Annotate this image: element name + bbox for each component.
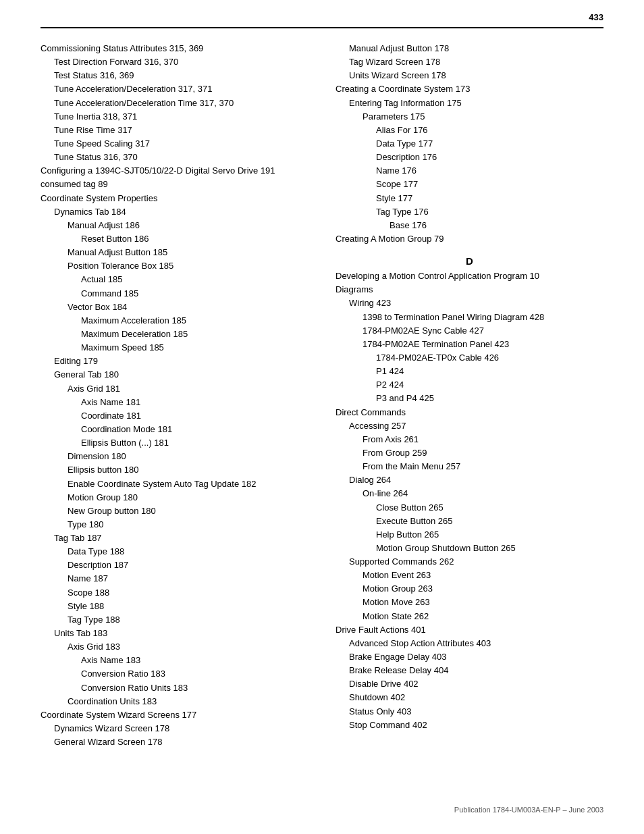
list-item: Entering Tag Information 175: [349, 97, 603, 110]
list-item: Coordination Mode 181: [81, 423, 308, 436]
list-item: Motion Event 263: [363, 569, 603, 582]
list-item: Commissioning Status Attributes 315, 369: [41, 42, 308, 55]
list-item: Style 177: [376, 192, 603, 205]
list-item: New Group button 180: [68, 504, 308, 518]
list-item: Tune Acceleration/Deceleration 317, 371: [54, 82, 308, 96]
list-item: Units Wizard Screen 178: [349, 69, 603, 82]
list-item: Coordination Units 183: [68, 695, 308, 708]
list-item: 1784-PM02AE Sync Cable 427: [363, 324, 603, 338]
right-column: Manual Adjust Button 178Tag Wizard Scree…: [336, 42, 603, 749]
list-item: Creating A Motion Group 79: [336, 232, 603, 246]
list-item: Status Only 403: [349, 705, 603, 719]
list-item: Coordinate System Wizard Screens 177: [41, 708, 308, 722]
list-item: Maximum Speed 185: [81, 341, 308, 355]
list-item: Description 187: [68, 558, 308, 572]
list-item: Dimension 180: [68, 450, 308, 463]
list-item: Conversion Ratio 183: [81, 667, 308, 681]
list-item: Name 187: [68, 572, 308, 585]
list-item: Diagrams: [336, 283, 603, 296]
list-item: Advanced Stop Action Attributes 403: [349, 637, 603, 650]
footer: Publication 1784-UM003A-EN-P – June 2003: [454, 806, 603, 814]
list-item: Reset Button 186: [81, 232, 308, 246]
list-item: General Wizard Screen 178: [54, 735, 308, 749]
list-item: Style 188: [68, 600, 308, 613]
list-item: Axis Name 183: [81, 654, 308, 667]
list-item: 1398 to Termination Panel Wiring Diagram…: [363, 311, 603, 324]
list-item: Close Button 265: [376, 501, 603, 515]
list-item: Motion Group Shutdown Button 265: [376, 542, 603, 555]
list-item: Description 176: [376, 151, 603, 164]
page: 433 Commissioning Status Attributes 315,…: [0, 0, 644, 834]
list-item: P3 and P4 425: [376, 392, 603, 405]
list-item: Configuring a 1394C-SJT05/10/22-D Digita…: [41, 164, 308, 178]
list-item: P2 424: [376, 378, 603, 392]
list-item: Disable Drive 402: [349, 677, 603, 691]
list-item: Motion Move 263: [363, 596, 603, 609]
list-item: Scope 177: [376, 178, 603, 191]
list-item: Creating a Coordinate System 173: [336, 82, 603, 96]
list-item: Test Status 316, 369: [54, 69, 308, 82]
list-item: Data Type 177: [376, 137, 603, 151]
list-item: Dynamics Wizard Screen 178: [54, 722, 308, 735]
list-item: Coordinate 181: [81, 409, 308, 423]
list-item: Manual Adjust 186: [68, 219, 308, 232]
top-rule: [41, 27, 603, 28]
list-item: Dialog 264: [349, 473, 603, 487]
list-item: General Tab 180: [54, 368, 308, 382]
list-item: Stop Command 402: [349, 719, 603, 732]
list-item: Command 185: [81, 287, 308, 301]
list-item: Manual Adjust Button 178: [349, 42, 603, 55]
list-item: Vector Box 184: [68, 301, 308, 314]
list-item: Maximum Deceleration 185: [81, 328, 308, 341]
list-item: 1784-PM02AE-TP0x Cable 426: [376, 351, 603, 365]
list-item: Axis Grid 183: [68, 640, 308, 654]
list-item: Supported Commands 262: [349, 555, 603, 569]
list-item: Alias For 176: [376, 124, 603, 137]
list-item: Drive Fault Actions 401: [336, 623, 603, 637]
list-item: Motion State 262: [363, 610, 603, 623]
list-item: Tag Type 188: [68, 613, 308, 627]
list-item: Tune Speed Scaling 317: [54, 137, 308, 151]
left-column: Commissioning Status Attributes 315, 369…: [41, 42, 308, 749]
list-item: consumed tag 89: [41, 178, 308, 191]
list-item: Editing 179: [54, 355, 308, 368]
list-item: Test Direction Forward 316, 370: [54, 55, 308, 69]
list-item: Motion Group 263: [363, 582, 603, 596]
list-item: Shutdown 402: [349, 691, 603, 704]
list-item: Enable Coordinate System Auto Tag Update…: [68, 477, 308, 491]
list-item: Ellipsis Button (...) 181: [81, 436, 308, 450]
list-item: Manual Adjust Button 185: [68, 246, 308, 259]
section-letter: D: [336, 255, 603, 267]
list-item: Tag Type 176: [376, 205, 603, 219]
list-item: Direct Commands: [336, 406, 603, 419]
list-item: Brake Engage Delay 403: [349, 650, 603, 664]
list-item: From the Main Menu 257: [363, 460, 603, 473]
list-item: Wiring 423: [349, 296, 603, 310]
list-item: Tag Tab 187: [54, 531, 308, 545]
list-item: Data Type 188: [68, 545, 308, 558]
list-item: Base 176: [390, 219, 603, 232]
list-item: Brake Release Delay 404: [349, 664, 603, 677]
list-item: Maximum Acceleration 185: [81, 314, 308, 328]
list-item: Motion Group 180: [68, 491, 308, 504]
list-item: Help Button 265: [376, 528, 603, 542]
list-item: From Axis 261: [363, 433, 603, 446]
list-item: Units Tab 183: [54, 627, 308, 640]
list-item: Conversion Ratio Units 183: [81, 681, 308, 695]
list-item: Parameters 175: [363, 110, 603, 124]
list-item: Scope 188: [68, 586, 308, 600]
list-item: Actual 185: [81, 273, 308, 286]
list-item: Position Tolerance Box 185: [68, 259, 308, 273]
list-item: From Group 259: [363, 446, 603, 460]
list-item: Accessing 257: [349, 419, 603, 433]
list-item: Tag Wizard Screen 178: [349, 55, 603, 69]
list-item: Name 176: [376, 164, 603, 178]
list-item: Tune Inertia 318, 371: [54, 110, 308, 124]
page-number: 433: [589, 12, 603, 22]
content-columns: Commissioning Status Attributes 315, 369…: [41, 42, 603, 749]
list-item: On-line 264: [363, 487, 603, 500]
list-item: Tune Acceleration/Deceleration Time 317,…: [54, 97, 308, 110]
list-item: 1784-PM02AE Termination Panel 423: [363, 338, 603, 351]
list-item: Execute Button 265: [376, 515, 603, 528]
list-item: Type 180: [68, 518, 308, 531]
